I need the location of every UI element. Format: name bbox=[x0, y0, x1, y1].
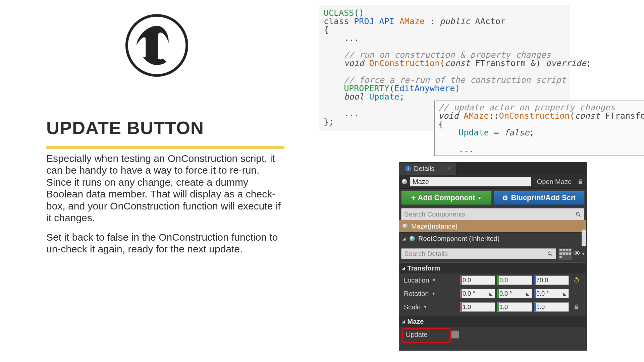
search-components-input[interactable]: Search Components bbox=[401, 208, 584, 220]
chevron-down-icon[interactable]: ▼ bbox=[432, 291, 436, 296]
svg-point-3 bbox=[548, 252, 551, 255]
tab-details[interactable]: i Details × bbox=[399, 163, 457, 175]
spinner-icon[interactable]: ◣ bbox=[526, 291, 530, 296]
property-scale: Scale▼ 1.0 1.0 1.0 bbox=[399, 300, 586, 314]
lock-icon[interactable] bbox=[578, 179, 584, 185]
scene-component-icon bbox=[410, 236, 415, 241]
update-checkbox[interactable] bbox=[451, 330, 459, 339]
property-matrix-icon[interactable] bbox=[558, 247, 572, 260]
expand-icon[interactable]: ◢ bbox=[402, 236, 406, 241]
actor-icon bbox=[402, 224, 408, 229]
property-update: Update bbox=[399, 327, 586, 342]
lock-scale-icon[interactable] bbox=[574, 304, 580, 310]
scale-y-field[interactable]: 1.0 bbox=[497, 302, 532, 312]
page-title: UPDATE BUTTON bbox=[46, 117, 204, 138]
body-paragraph-2: Set it back to false in the OnConstructi… bbox=[46, 231, 281, 255]
search-icon bbox=[547, 251, 553, 257]
svg-point-1 bbox=[576, 212, 579, 215]
title-underline bbox=[46, 146, 284, 149]
chevron-down-icon: ▼ bbox=[477, 195, 482, 200]
property-rotation: Rotation▼ 0.0 °◣ 0.0 °◣ 0.0 °◣ bbox=[399, 287, 586, 300]
open-asset-button[interactable]: Open Maze bbox=[534, 178, 575, 186]
plus-icon: + bbox=[411, 193, 416, 202]
chevron-down-icon[interactable]: ▼ bbox=[432, 278, 436, 283]
rotation-x-field[interactable]: 0.0 °◣ bbox=[460, 289, 495, 298]
actor-name-field[interactable]: Maze bbox=[410, 177, 531, 186]
location-z-field[interactable]: 70.0 bbox=[534, 276, 569, 285]
expand-icon: ◢ bbox=[402, 319, 405, 324]
rotation-y-field[interactable]: 0.0 °◣ bbox=[497, 289, 532, 298]
svg-line-2 bbox=[579, 215, 581, 217]
spinner-icon[interactable]: ◣ bbox=[489, 291, 493, 296]
expand-icon: ◢ bbox=[402, 266, 405, 270]
blueprint-edit-button[interactable]: ⚙Blueprint/Add Scri bbox=[494, 191, 584, 205]
scrollbar-thumb[interactable] bbox=[582, 230, 586, 246]
section-transform[interactable]: ◢ Transform bbox=[399, 262, 586, 274]
actor-name-bar: Maze Open Maze bbox=[399, 175, 586, 189]
actor-icon bbox=[402, 179, 407, 184]
property-location: Location▼ 0.0 0.0 70.0 bbox=[399, 274, 586, 287]
chevron-down-icon[interactable]: ▼ bbox=[423, 305, 427, 309]
add-component-button[interactable]: +Add Component▼ bbox=[401, 191, 492, 205]
chevron-down-icon: ▼ bbox=[581, 251, 585, 256]
gear-icon: ⚙ bbox=[502, 194, 508, 202]
reset-icon[interactable] bbox=[574, 277, 580, 283]
highlight-annotation bbox=[402, 328, 451, 343]
tab-label: Details bbox=[414, 165, 434, 173]
info-icon: i bbox=[405, 166, 411, 172]
component-row-root[interactable]: ◢ RootComponent (Inherited) bbox=[399, 233, 586, 245]
unreal-logo-icon bbox=[124, 13, 190, 78]
rotation-z-field[interactable]: 0.0 °◣ bbox=[534, 289, 569, 298]
location-y-field[interactable]: 0.0 bbox=[497, 276, 532, 285]
component-row-instance[interactable]: Maze(Instance) bbox=[399, 220, 586, 233]
spinner-icon[interactable]: ◣ bbox=[563, 291, 567, 296]
tab-bar: i Details × bbox=[399, 163, 586, 175]
body-paragraph-1: Especially when testing an OnConstructio… bbox=[46, 153, 281, 224]
details-panel: i Details × Maze Open Maze +Add Componen… bbox=[399, 163, 586, 350]
code-block-impl: // update actor on property changes void… bbox=[434, 101, 644, 156]
scale-z-field[interactable]: 1.0 bbox=[534, 302, 569, 312]
close-icon[interactable]: × bbox=[447, 166, 450, 172]
location-x-field[interactable]: 0.0 bbox=[460, 276, 495, 285]
section-maze[interactable]: ◢ Maze bbox=[399, 316, 586, 327]
scale-x-field[interactable]: 1.0 bbox=[460, 302, 495, 312]
search-icon bbox=[575, 211, 581, 217]
search-details-input[interactable]: Search Details bbox=[401, 248, 556, 259]
view-options-icon[interactable]: 👁▼ bbox=[574, 249, 584, 259]
svg-line-4 bbox=[551, 254, 552, 256]
